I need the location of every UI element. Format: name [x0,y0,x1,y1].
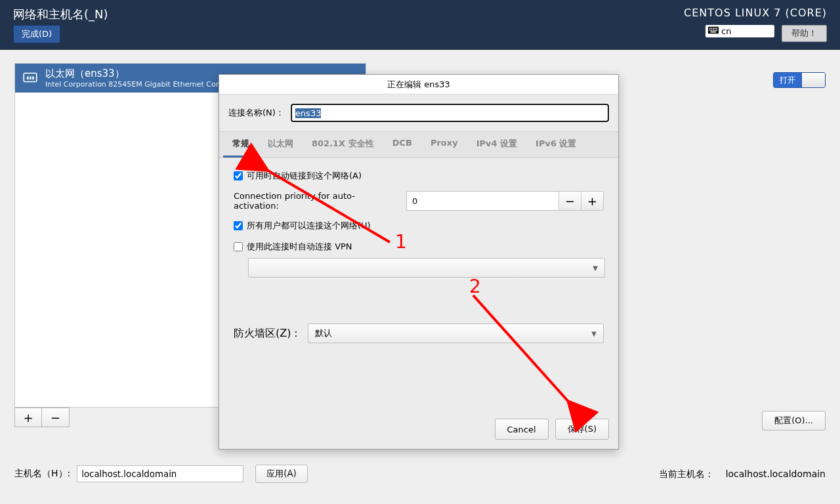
priority-increment[interactable]: + [581,192,603,210]
svg-rect-2 [711,28,712,29]
tab-ethernet[interactable]: 以太网 [259,132,303,158]
priority-decrement[interactable]: − [558,192,581,210]
apply-hostname-button[interactable]: 应用(A) [255,465,308,483]
current-hostname-value: localhost.localdomain [726,469,826,480]
firewall-combo[interactable]: 默认 ▼ [308,324,604,343]
vpn-checkbox[interactable] [234,242,243,251]
configure-button[interactable]: 配置(O)... [762,411,826,430]
hostname-row: 主机名（H）: 应用(A) [14,465,308,483]
svg-rect-15 [32,76,33,79]
chevron-down-icon: ▼ [593,264,598,272]
auto-connect-checkbox[interactable] [234,171,243,180]
all-users-checkbox[interactable] [234,221,243,230]
tab-8021x[interactable]: 802.1X 安全性 [303,132,383,158]
priority-spinner: − + [406,191,604,211]
keyboard-indicator[interactable]: cn [705,25,774,37]
priority-input[interactable] [407,192,558,210]
connection-name-label: 连接名称(N)： [228,107,284,119]
svg-rect-9 [715,30,716,31]
svg-rect-5 [716,28,717,29]
svg-rect-1 [709,28,711,29]
tab-general[interactable]: 常规 [223,132,259,158]
svg-rect-4 [715,28,716,29]
add-device-button[interactable]: + [14,408,42,427]
dialog-tabs: 常规 以太网 802.1X 安全性 DCB Proxy IPv4 设置 IPv6… [219,131,618,158]
toggle-on-label: 打开 [774,73,801,87]
priority-row: Connection priority for auto-activation:… [234,191,604,211]
chevron-down-icon: ▼ [591,330,597,337]
ethernet-icon [20,68,40,87]
priority-label: Connection priority for auto-activation: [234,191,400,211]
all-users-row: 所有用户都可以连接这个网络(U) [234,220,604,232]
keyboard-layout: cn [721,26,731,36]
tab-ipv6[interactable]: IPv6 设置 [526,132,585,158]
all-users-label: 所有用户都可以连接这个网络(U) [247,220,371,232]
help-button[interactable]: 帮助！ [782,25,827,42]
firewall-value: 默认 [315,327,332,339]
tab-general-body: 可用时自动链接到这个网络(A) Connection priority for … [219,158,618,355]
svg-rect-8 [713,30,714,31]
tab-ipv4[interactable]: IPv4 设置 [467,132,526,158]
vpn-combo[interactable]: ▼ [248,258,605,278]
done-button[interactable]: 完成(D) [13,25,60,43]
dialog-buttons: Cancel 保存(S) [495,419,609,440]
svg-rect-6 [709,30,711,31]
cancel-button[interactable]: Cancel [495,419,549,440]
auto-connect-label: 可用时自动链接到这个网络(A) [247,170,362,182]
toggle-knob [801,73,825,87]
remove-device-button[interactable]: − [42,408,70,427]
vpn-row: 使用此连接时自动连接 VPN [234,241,604,253]
save-button[interactable]: 保存(S) [555,419,609,440]
svg-rect-10 [716,30,717,31]
installer-header: 网络和主机名(_N) 完成(D) CENTOS LINUX 7 (CORE) c… [0,0,840,50]
firewall-label: 防火墙区(Z)： [234,327,301,341]
page-title: 网络和主机名(_N) [13,7,108,22]
svg-rect-11 [711,32,717,33]
edit-connection-dialog: 正在编辑 ens33 连接名称(N)： 常规 以太网 802.1X 安全性 DC… [219,74,619,450]
add-remove-row: + − [14,408,70,427]
current-hostname: 当前主机名： localhost.localdomain [659,469,826,480]
hostname-label: 主机名（H）: [14,468,70,480]
tab-dcb[interactable]: DCB [383,132,421,158]
auto-connect-row: 可用时自动链接到这个网络(A) [234,170,604,182]
connection-name-input[interactable] [291,104,609,122]
toggle-area: 打开 [773,72,826,88]
svg-rect-3 [713,28,714,29]
tab-proxy[interactable]: Proxy [421,132,467,158]
firewall-row: 防火墙区(Z)： 默认 ▼ [234,324,604,343]
svg-rect-14 [30,76,31,79]
vpn-label: 使用此连接时自动连接 VPN [247,241,352,253]
distro-label: CENTOS LINUX 7 (CORE) [684,7,827,19]
connection-toggle[interactable]: 打开 [773,72,826,88]
svg-rect-7 [711,30,712,31]
hostname-input[interactable] [77,465,243,482]
dialog-title: 正在编辑 ens33 [219,75,618,94]
keyboard-icon [708,26,719,36]
connection-name-row: 连接名称(N)： [219,94,618,131]
current-hostname-label: 当前主机名： [659,469,714,480]
svg-rect-13 [27,76,28,79]
